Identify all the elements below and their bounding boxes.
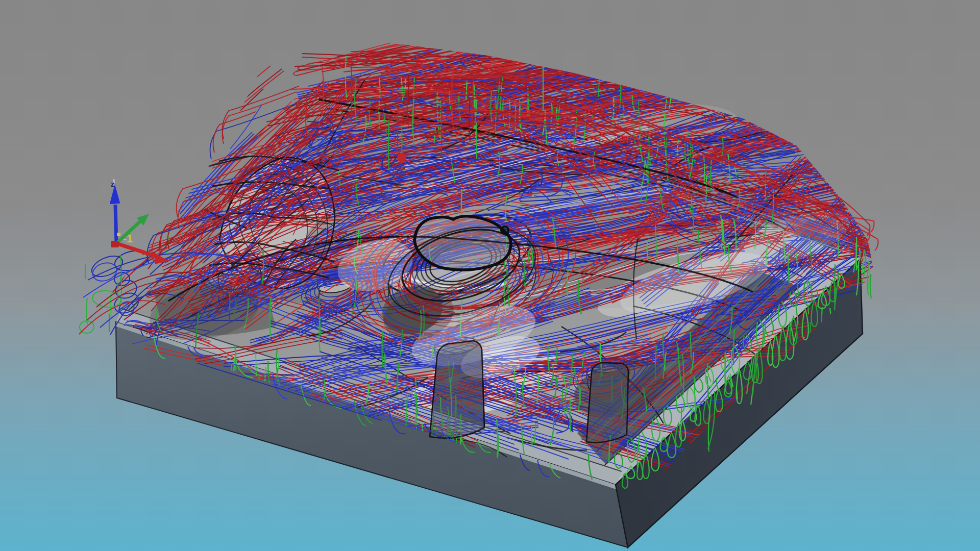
svg-text:z: z	[111, 180, 115, 188]
svg-text:-1: -1	[123, 232, 133, 245]
